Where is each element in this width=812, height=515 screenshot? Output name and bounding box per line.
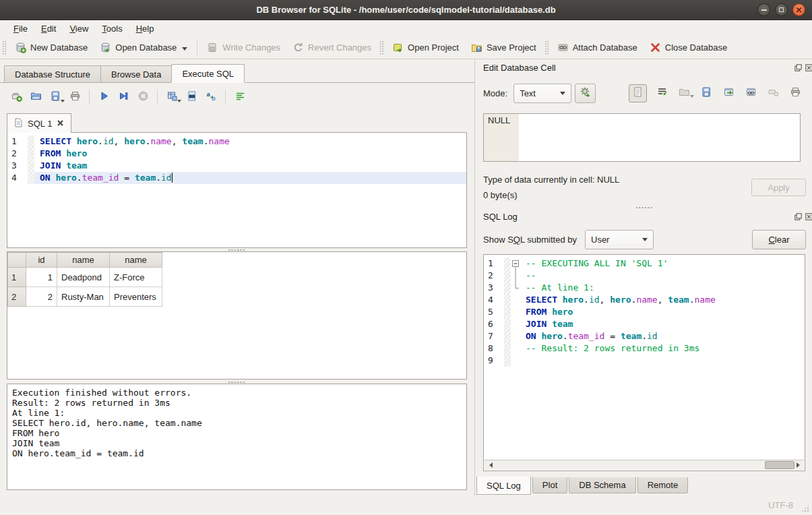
tab-browse-data[interactable]: Browse Data	[101, 65, 172, 83]
maximize-button[interactable]	[775, 3, 788, 16]
save-sql-file-button[interactable]	[49, 90, 62, 104]
row-header[interactable]: 1	[8, 268, 26, 287]
open-project-button[interactable]: Open Project	[386, 38, 465, 58]
chevron-down-icon[interactable]	[177, 100, 181, 104]
attach-database-button[interactable]: Attach Database	[551, 38, 644, 58]
row-header[interactable]: 2	[8, 287, 26, 307]
save-as-cell-button[interactable]	[699, 86, 714, 100]
cell-editor[interactable]: NULL	[483, 113, 801, 162]
close-database-label: Close Database	[665, 42, 728, 53]
float-panel-icon[interactable]	[794, 212, 803, 221]
scrollbar-thumb[interactable]	[765, 461, 794, 469]
tab-close-icon[interactable]	[57, 119, 64, 129]
chevron-down-icon[interactable]	[690, 95, 694, 100]
close-panel-icon[interactable]	[805, 63, 812, 72]
gutter-margin	[504, 318, 511, 330]
float-panel-icon[interactable]	[794, 63, 803, 72]
mode-select[interactable]: Text	[513, 84, 571, 103]
new-sql-tab-button[interactable]	[9, 90, 23, 104]
tab-database-structure[interactable]: Database Structure	[4, 65, 101, 83]
menu-tools[interactable]: Tools	[95, 22, 129, 36]
results-table: idnamename11DeadpondZ-Force22Rusty-ManPr…	[7, 252, 162, 307]
chevron-down-icon[interactable]	[182, 47, 187, 53]
bottom-tab-sql-log[interactable]: SQL Log	[476, 477, 531, 495]
minimize-button[interactable]	[757, 3, 770, 16]
export-cell-button[interactable]	[722, 86, 736, 100]
fold-gutter	[511, 355, 520, 367]
cell[interactable]: Deadpond	[57, 268, 110, 287]
find-replace-button[interactable]: ab	[204, 90, 218, 104]
close-button[interactable]: ✕	[792, 3, 805, 16]
chevron-down-icon[interactable]	[61, 100, 65, 104]
scroll-right-icon[interactable]	[794, 460, 804, 470]
bottom-tab-plot[interactable]: Plot	[532, 477, 567, 493]
tab-execute-sql[interactable]: Execute SQL	[171, 64, 245, 83]
format-button[interactable]	[233, 90, 247, 104]
cell-editor-content[interactable]	[519, 114, 800, 161]
column-header-name[interactable]: name	[57, 253, 110, 268]
bottom-tab-db-schema[interactable]: DB Schema	[569, 477, 635, 493]
fold-start-icon[interactable]	[511, 258, 520, 270]
table-row[interactable]: 11DeadpondZ-Force	[8, 268, 162, 287]
table-row[interactable]: 22Rusty-ManPreventers	[8, 287, 162, 307]
save-project-button[interactable]: Save Project	[465, 38, 542, 58]
editor-line[interactable]: 4ON hero.team_id = team.id	[7, 172, 466, 184]
column-header-id[interactable]: id	[26, 253, 57, 268]
line-number: 1	[484, 258, 504, 270]
execute-all-button[interactable]	[97, 90, 111, 104]
menu-file[interactable]: File	[7, 22, 34, 36]
print-button[interactable]	[788, 86, 803, 100]
resize-grip[interactable]	[801, 504, 809, 512]
cell[interactable]: Preventers	[110, 287, 162, 307]
open-sql-file-button[interactable]	[29, 90, 42, 104]
editor-line[interactable]: 1SELECT hero.id, hero.name, team.name	[7, 135, 466, 148]
apply-button[interactable]: Apply	[751, 179, 806, 196]
execution-log[interactable]: Execution finished without errors. Resul…	[7, 384, 467, 490]
cell[interactable]: Rusty-Man	[57, 287, 110, 307]
submitted-by-select[interactable]: User	[585, 230, 654, 249]
toolbar-handle[interactable]	[379, 40, 384, 55]
code-text: ON hero.team_id = team.id	[520, 330, 805, 342]
execute-line-button[interactable]	[117, 90, 130, 104]
menu-edit[interactable]: Edit	[34, 22, 63, 36]
editor-line[interactable]: 3JOIN team	[7, 160, 466, 172]
scroll-left-icon[interactable]	[485, 460, 494, 470]
close-database-button[interactable]: Close Database	[644, 38, 734, 58]
mode-label: Mode:	[483, 88, 507, 98]
title-bar[interactable]: DB Browser for SQLite - /home/user/code/…	[0, 0, 812, 20]
sql-log-view[interactable]: 1-- EXECUTING ALL IN 'SQL 1'2--3-- At li…	[483, 254, 805, 471]
set-null-icon	[768, 86, 779, 100]
menu-view[interactable]: View	[63, 22, 95, 36]
cell[interactable]: 1	[26, 268, 57, 287]
open-database-button[interactable]: Open Database	[94, 38, 193, 58]
new-database-button[interactable]: New Database	[9, 38, 94, 58]
splitter-handle[interactable]	[635, 206, 654, 210]
find-replace-icon: ab	[206, 90, 217, 104]
execute-line-icon	[118, 90, 129, 104]
close-panel-icon[interactable]	[805, 212, 812, 221]
toolbar-handle[interactable]	[2, 40, 7, 55]
text-mode-button[interactable]	[629, 84, 647, 102]
sql-editor[interactable]: 1SELECT hero.id, hero.name, team.name2FR…	[7, 132, 467, 248]
horizontal-scrollbar[interactable]	[485, 460, 804, 470]
bottom-tab-remote[interactable]: Remote	[637, 477, 689, 493]
menu-help[interactable]: Help	[129, 22, 161, 36]
find-button[interactable]	[185, 90, 198, 104]
clear-button[interactable]: Clear	[752, 230, 806, 249]
pane-splitter[interactable]	[474, 59, 475, 497]
cell[interactable]: 2	[26, 287, 57, 307]
save-results-icon	[166, 90, 178, 104]
auto-mode-button[interactable]	[575, 84, 596, 103]
corner-cell[interactable]	[8, 253, 26, 268]
column-header-name[interactable]: name	[110, 253, 162, 268]
editor-line[interactable]: 2FROM hero	[7, 148, 466, 160]
toolbar-handle[interactable]	[544, 40, 549, 55]
print-button[interactable]	[68, 90, 82, 104]
sql-log-line: 3-- At line 1:	[484, 282, 805, 294]
sql-doc-tab[interactable]: SQL 1	[7, 113, 71, 133]
save-results-button[interactable]	[165, 90, 179, 104]
link-cell-button[interactable]	[744, 86, 758, 100]
cell[interactable]: Z-Force	[110, 268, 162, 287]
code-text: -- EXECUTING ALL IN 'SQL 1'	[520, 258, 805, 270]
word-wrap-button[interactable]	[655, 86, 669, 100]
